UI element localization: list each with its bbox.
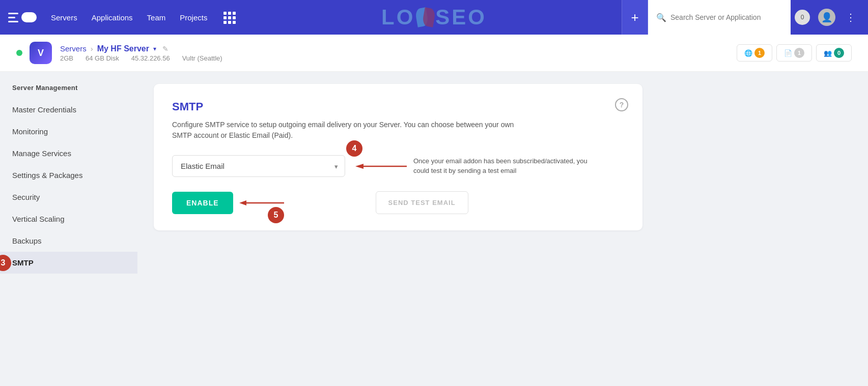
files-button[interactable]: 📄 1 <box>776 44 812 62</box>
avatar[interactable]: 👤 <box>818 9 835 26</box>
annotation-arrow-4 <box>353 161 409 171</box>
sidebar-label-backups: Backups <box>12 236 42 245</box>
grid-dot <box>233 16 236 19</box>
logo-line-1 <box>8 13 18 14</box>
grid-dot <box>228 21 231 24</box>
files-count: 1 <box>794 48 804 58</box>
sidebar-item-vertical-scaling[interactable]: Vertical Scaling <box>0 208 137 230</box>
websites-button[interactable]: 🌐 1 <box>737 44 772 62</box>
server-ip: 45.32.226.56 <box>131 54 170 62</box>
smtp-title: SMTP <box>172 100 624 113</box>
sidebar-label-vertical-scaling: Vertical Scaling <box>12 215 65 223</box>
logo <box>8 12 37 22</box>
grid-dot <box>223 16 227 19</box>
users-button[interactable]: 👥 0 <box>816 44 852 62</box>
www-icon: 🌐 <box>744 49 752 57</box>
smtp-description: Configure SMTP service to setup outgoing… <box>172 120 518 141</box>
nav-projects[interactable]: Projects <box>180 13 207 22</box>
sidebar-item-backups[interactable]: Backups <box>0 230 137 252</box>
server-name: My HF Server <box>97 44 149 53</box>
brand-leaf-icon <box>416 6 434 28</box>
sidebar-section-title: Server Management <box>0 84 137 99</box>
enable-button-group: ENABLE 5 <box>172 192 233 214</box>
send-test-email-button[interactable]: SEND TEST EMAIL <box>376 191 468 214</box>
websites-count: 1 <box>754 48 765 58</box>
annotation-arrow-5 <box>238 198 289 208</box>
notification-badge[interactable]: 0 <box>795 10 810 25</box>
sidebar-label-master-credentials: Master Credentials <box>12 105 76 114</box>
brand-logo: LO SEO <box>381 5 487 29</box>
more-menu-icon[interactable]: ⋮ <box>842 11 860 23</box>
nav-servers[interactable]: Servers <box>51 13 77 22</box>
brand-seo: SEO <box>435 5 487 29</box>
grid-dot <box>233 21 236 24</box>
nav-team[interactable]: Team <box>147 13 166 22</box>
smtp-action-row: ENABLE 5 SEND TEST EMAIL <box>172 191 624 214</box>
server-disk: 64 GB Disk <box>86 54 119 62</box>
svg-marker-3 <box>355 164 363 169</box>
nav-applications[interactable]: Applications <box>92 13 133 22</box>
svg-marker-5 <box>239 200 246 205</box>
grid-dot <box>228 16 231 19</box>
topnav-right: + 🔍 0 👤 ⋮ <box>622 0 860 35</box>
server-logo: V <box>30 42 52 64</box>
logo-line-2 <box>8 17 15 18</box>
sidebar-label-monitoring: Monitoring <box>12 127 48 136</box>
main-layout: Server Management Master Credentials Mon… <box>0 72 868 385</box>
sidebar-item-manage-services[interactable]: Manage Services <box>0 142 137 164</box>
smtp-select-wrap: Elastic Email Custom SMTP ▾ <box>172 155 345 177</box>
smtp-card: ? SMTP Configure SMTP service to setup o… <box>154 84 642 230</box>
sidebar: Server Management Master Credentials Mon… <box>0 72 137 385</box>
server-provider: Vultr (Seattle) <box>182 54 222 62</box>
help-icon[interactable]: ? <box>615 98 628 111</box>
server-meta: 2GB 64 GB Disk 45.32.226.56 Vultr (Seatt… <box>60 54 737 62</box>
server-header: V Servers › My HF Server ▾ ✎ 2GB 64 GB D… <box>0 35 868 72</box>
logo-cloud-icon <box>21 12 37 22</box>
add-button[interactable]: + <box>622 0 648 35</box>
sidebar-label-smtp: SMTP <box>12 258 34 267</box>
annotation-badge-5: 5 <box>268 207 284 223</box>
smtp-select-container: Elastic Email Custom SMTP ▾ 4 <box>172 155 624 177</box>
sidebar-item-smtp[interactable]: SMTP <box>0 252 137 274</box>
grid-dot <box>223 21 227 24</box>
logo-line-3 <box>8 21 18 22</box>
user-icon: 👥 <box>824 49 832 57</box>
search-input[interactable] <box>670 13 772 21</box>
sidebar-item-master-credentials[interactable]: Master Credentials <box>0 99 137 121</box>
breadcrumb-servers[interactable]: Servers <box>60 44 87 53</box>
grid-dot <box>228 12 231 15</box>
top-navigation: Servers Applications Team Projects LO SE… <box>0 0 868 35</box>
sidebar-item-security[interactable]: Security <box>0 186 137 208</box>
sidebar-item-monitoring[interactable]: Monitoring <box>0 121 137 142</box>
server-info: Servers › My HF Server ▾ ✎ 2GB 64 GB Dis… <box>60 44 737 62</box>
breadcrumb-separator: › <box>91 44 93 53</box>
server-quick-buttons: 🌐 1 📄 1 👥 0 <box>737 44 852 62</box>
nav-links: Servers Applications Team Projects <box>51 12 235 23</box>
annotation-4-text: Once your email addon has been subscribe… <box>413 157 597 175</box>
edit-icon[interactable]: ✎ <box>162 45 169 53</box>
smtp-select-row: Elastic Email Custom SMTP ▾ 4 <box>172 155 624 177</box>
server-status-dot <box>16 50 22 56</box>
sidebar-smtp-row: 3 SMTP <box>0 252 137 274</box>
server-ram: 2GB <box>60 54 73 62</box>
enable-button[interactable]: ENABLE <box>172 192 233 214</box>
smtp-provider-select[interactable]: Elastic Email Custom SMTP <box>172 155 345 177</box>
sidebar-label-manage-services: Manage Services <box>12 149 71 158</box>
nav-grid-menu[interactable] <box>223 12 235 23</box>
annotation-badge-4: 4 <box>346 140 362 157</box>
file-icon: 📄 <box>784 49 792 57</box>
search-icon: 🔍 <box>656 13 666 22</box>
grid-dot <box>233 12 236 15</box>
sidebar-label-settings-packages: Settings & Packages <box>12 171 82 180</box>
sidebar-item-settings-packages[interactable]: Settings & Packages <box>0 164 137 186</box>
breadcrumb: Servers › My HF Server ▾ ✎ <box>60 44 737 53</box>
grid-dot <box>223 12 227 15</box>
brand-lo: LO <box>381 5 415 29</box>
users-count: 0 <box>834 48 844 58</box>
sidebar-label-security: Security <box>12 193 40 201</box>
server-dropdown-icon[interactable]: ▾ <box>153 45 156 52</box>
annotation-4-group: 4 Once your email addon has been subscri… <box>353 157 597 175</box>
main-content: ? SMTP Configure SMTP service to setup o… <box>137 72 868 385</box>
logo-lines-icon <box>8 13 18 22</box>
send-test-email-container: SEND TEST EMAIL <box>376 191 468 214</box>
